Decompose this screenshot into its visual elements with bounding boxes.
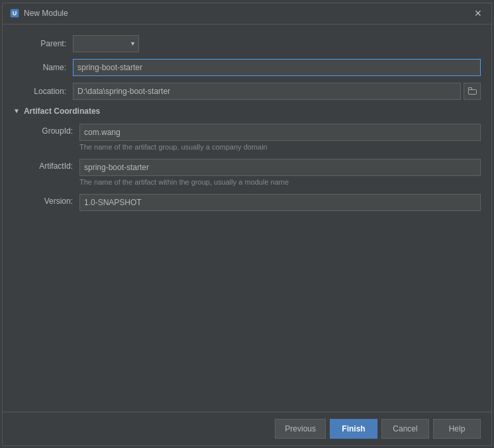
version-label: Version:	[26, 194, 79, 206]
name-label: Name:	[13, 63, 73, 72]
cancel-button[interactable]: Cancel	[381, 419, 429, 439]
finish-button[interactable]: Finish	[330, 419, 377, 439]
groupid-label: GroupId:	[26, 124, 79, 136]
artifactid-row: ArtifactId: The name of the artifact wit…	[26, 159, 481, 191]
new-module-dialog: U New Module ✕ Parent: Name: Loc	[2, 3, 492, 446]
previous-button[interactable]: Previous	[275, 419, 326, 439]
svg-rect-2	[468, 90, 476, 95]
version-field-wrap	[79, 194, 481, 211]
parent-select-wrapper	[73, 35, 139, 52]
dialog-title: New Module	[24, 9, 68, 18]
version-row: Version:	[26, 194, 481, 211]
location-control	[73, 83, 481, 100]
close-button[interactable]: ✕	[471, 7, 485, 20]
name-input[interactable]	[73, 59, 481, 76]
artifactid-label: ArtifactId:	[26, 159, 79, 171]
svg-text:U: U	[13, 10, 17, 17]
groupid-field-wrap: The name of the artifact group, usually …	[79, 124, 481, 156]
location-input[interactable]	[73, 83, 461, 100]
artifact-section: GroupId: The name of the artifact group,…	[26, 124, 481, 211]
parent-row: Parent:	[13, 35, 481, 52]
location-wrapper	[73, 83, 481, 100]
dialog-footer: Previous Finish Cancel Help	[3, 412, 491, 445]
location-label: Location:	[13, 87, 73, 96]
artifactid-input[interactable]	[79, 159, 481, 176]
groupid-input[interactable]	[79, 124, 481, 141]
title-bar-left: U New Module	[9, 8, 68, 19]
dialog-icon: U	[9, 8, 20, 19]
section-title: Artifact Coordinates	[24, 107, 100, 116]
artifactid-hint: The name of the artifact within the grou…	[79, 178, 481, 186]
groupid-hint: The name of the artifact group, usually …	[79, 143, 481, 151]
dialog-body: Parent: Name: Location:	[3, 24, 491, 412]
browse-folder-button[interactable]	[464, 83, 481, 100]
groupid-row: GroupId: The name of the artifact group,…	[26, 124, 481, 156]
collapse-triangle[interactable]: ▼	[13, 107, 20, 114]
parent-control	[73, 35, 481, 52]
artifact-section-header: ▼ Artifact Coordinates	[13, 107, 481, 116]
version-input[interactable]	[79, 194, 481, 211]
title-bar: U New Module ✕	[3, 3, 491, 24]
parent-label: Parent:	[13, 39, 73, 48]
parent-select[interactable]	[73, 35, 139, 52]
name-row: Name:	[13, 59, 481, 76]
artifactid-field-wrap: The name of the artifact within the grou…	[79, 159, 481, 191]
help-button[interactable]: Help	[433, 419, 481, 439]
name-control	[73, 59, 481, 76]
svg-rect-3	[468, 88, 471, 90]
location-row: Location:	[13, 83, 481, 100]
